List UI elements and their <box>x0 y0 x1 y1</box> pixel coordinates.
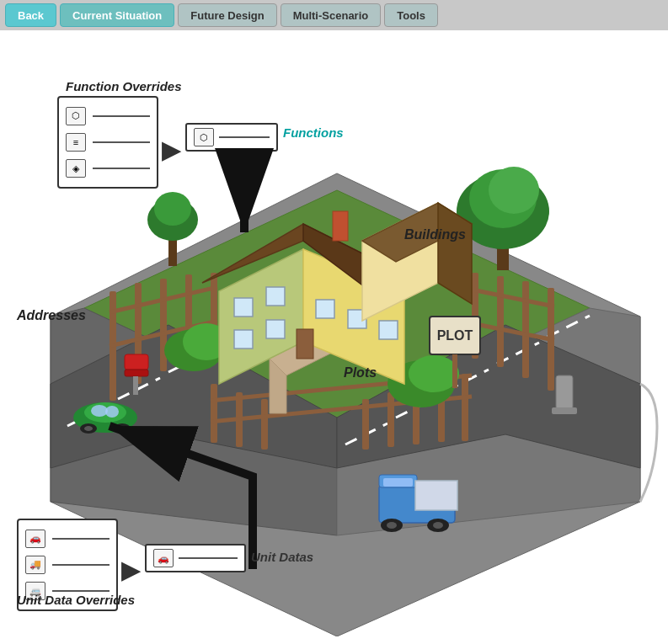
unit-override-line-1 <box>52 538 110 540</box>
svg-rect-59 <box>234 330 253 349</box>
unit-override-icon-car: 🚗 <box>25 530 45 548</box>
svg-rect-60 <box>266 320 285 338</box>
unit-datas-label: Unit Datas <box>251 550 313 564</box>
svg-rect-63 <box>379 321 398 339</box>
svg-rect-72 <box>125 370 148 376</box>
svg-rect-84 <box>383 478 413 487</box>
tab-tools[interactable]: Tools <box>384 3 438 27</box>
svg-rect-91 <box>552 407 577 414</box>
svg-rect-31 <box>261 399 268 450</box>
tab-current-situation[interactable]: Current Situation <box>60 3 174 27</box>
svg-point-89 <box>433 522 443 529</box>
unit-datas-box[interactable]: 🚗 <box>145 544 246 572</box>
addresses-label: Addresses <box>17 308 86 323</box>
svg-point-88 <box>387 522 397 529</box>
svg-rect-90 <box>556 375 573 409</box>
svg-rect-18 <box>160 279 167 371</box>
svg-rect-71 <box>125 354 148 370</box>
svg-point-80 <box>84 426 93 431</box>
tab-multi-scenario[interactable]: Multi-Scenario <box>281 3 382 27</box>
unit-datas-line <box>179 557 238 559</box>
unit-override-row-1: 🚗 <box>25 530 110 548</box>
svg-rect-25 <box>522 281 529 378</box>
arrow-to-unit-datas: ▶ <box>121 556 140 584</box>
svg-rect-24 <box>497 276 504 367</box>
unit-override-line-2 <box>52 564 110 566</box>
svg-rect-29 <box>211 384 217 443</box>
buildings-label: Buildings <box>404 227 466 242</box>
svg-rect-33 <box>387 392 394 447</box>
plots-label: Plots <box>344 365 377 381</box>
tab-future-design[interactable]: Future Design <box>178 3 276 27</box>
svg-text:PLOT: PLOT <box>437 328 473 343</box>
unit-override-icon-truck: 🚚 <box>25 556 45 574</box>
svg-rect-58 <box>266 287 285 306</box>
svg-rect-64 <box>297 329 313 359</box>
svg-point-42 <box>489 167 539 214</box>
svg-rect-73 <box>133 376 138 395</box>
svg-point-76 <box>91 405 108 417</box>
svg-point-45 <box>154 192 191 226</box>
svg-point-77 <box>105 406 119 418</box>
back-button[interactable]: Back <box>5 3 56 27</box>
svg-rect-70 <box>452 354 457 388</box>
svg-rect-56 <box>333 211 348 241</box>
svg-point-49 <box>409 355 459 392</box>
unit-override-row-2: 🚚 <box>25 556 110 574</box>
svg-rect-36 <box>462 374 468 441</box>
svg-rect-61 <box>316 300 334 318</box>
unit-data-overrides-label: Unit Data Overrides <box>17 593 135 607</box>
main-content: Function Overrides ⬡ ≡ ◈ ▶ ⬡ Functions <box>0 30 668 644</box>
svg-rect-57 <box>234 298 253 317</box>
svg-rect-85 <box>415 481 457 510</box>
unit-datas-icon: 🚗 <box>153 549 174 567</box>
nav-bar: Back Current Situation Future Design Mul… <box>0 0 668 30</box>
unit-override-line-3 <box>52 590 110 592</box>
